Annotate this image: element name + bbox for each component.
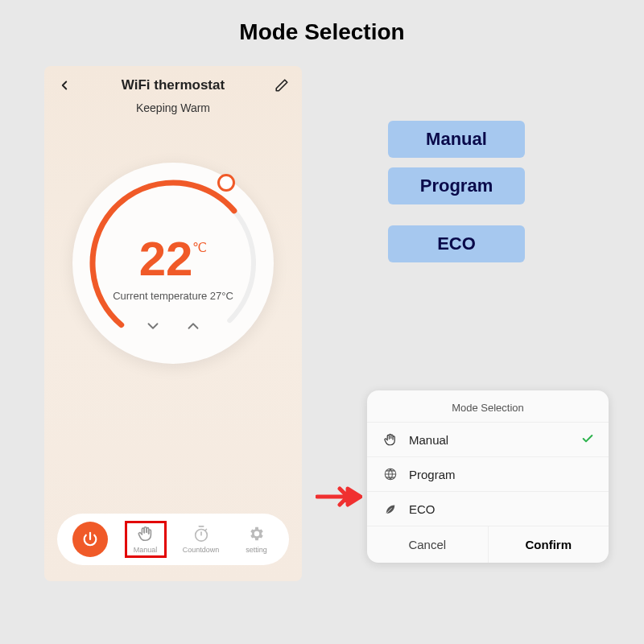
chip-program: Program [388, 167, 525, 204]
stopwatch-icon [192, 525, 210, 544]
thermostat-app-screen: WiFi thermostat Keeping Warm 22℃ Current… [44, 66, 302, 581]
back-icon[interactable] [57, 78, 72, 93]
hand-icon [137, 525, 155, 544]
countdown-button[interactable]: Countdown [180, 525, 222, 554]
mode-option-eco-label: ECO [409, 502, 436, 516]
mode-option-program-label: Program [409, 468, 456, 481]
mode-option-manual-label: Manual [409, 433, 448, 447]
status-label: Keeping Warm [44, 101, 302, 114]
set-temperature: 22℃ [72, 235, 274, 283]
dialog-actions: Cancel Confirm [367, 526, 609, 563]
app-title: WiFi thermostat [122, 77, 225, 93]
set-temperature-value: 22 [139, 232, 193, 286]
dialog-title: Mode Selection [367, 390, 609, 422]
leaf-icon [382, 502, 399, 516]
temp-down-button[interactable] [144, 317, 162, 338]
check-icon [581, 432, 594, 448]
mode-option-manual[interactable]: Manual [367, 422, 609, 456]
arrow-icon [316, 483, 362, 514]
mode-option-program[interactable]: Program [367, 456, 609, 491]
chip-eco: ECO [388, 225, 525, 262]
globe-icon [382, 467, 399, 481]
gear-icon [248, 525, 266, 544]
temperature-unit: ℃ [192, 241, 207, 254]
temp-adjust-controls [72, 317, 274, 338]
mode-option-eco[interactable]: ECO [367, 491, 609, 526]
hand-icon [382, 432, 399, 447]
temperature-dial[interactable]: 22℃ Current temperature 27°C [72, 163, 274, 364]
countdown-label: Countdown [183, 546, 220, 554]
power-button[interactable] [69, 522, 111, 557]
current-temperature-label: Current temperature 27°C [72, 290, 274, 302]
edit-icon[interactable] [275, 78, 289, 93]
mode-chips: Manual Program ECO [388, 121, 525, 262]
temp-up-button[interactable] [184, 317, 202, 338]
app-header: WiFi thermostat [44, 66, 302, 98]
mode-selection-dialog: Mode Selection Manual Program ECO Cancel… [367, 390, 609, 563]
mode-manual-label: Manual [134, 546, 158, 554]
settings-label: setting [246, 546, 267, 554]
mode-manual-button[interactable]: Manual [125, 521, 167, 558]
page-title: Mode Selection [0, 0, 644, 53]
power-icon [72, 522, 108, 557]
dial-knob[interactable] [217, 174, 235, 192]
confirm-button[interactable]: Confirm [488, 526, 609, 563]
cancel-button[interactable]: Cancel [367, 526, 488, 563]
bottom-toolbar: Manual Countdown setting [57, 514, 289, 565]
settings-button[interactable]: setting [236, 525, 278, 554]
chip-manual: Manual [388, 121, 525, 158]
